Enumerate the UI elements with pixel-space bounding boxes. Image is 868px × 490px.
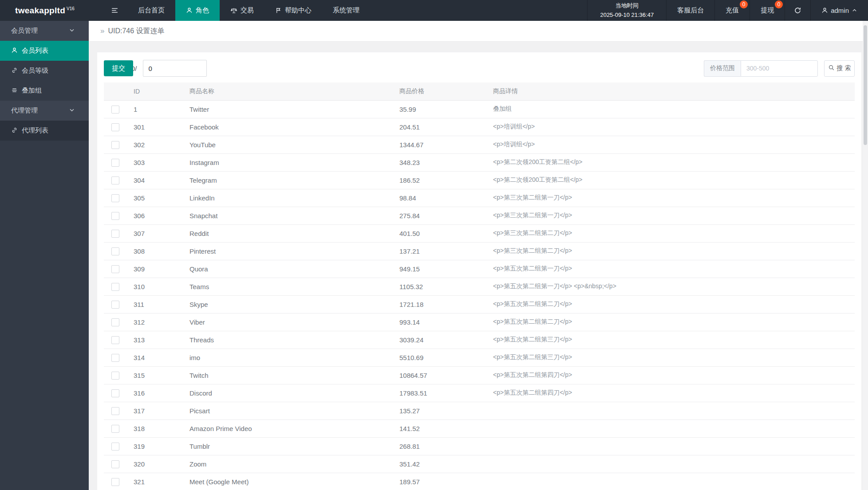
table-row: 311 Skype 1721.18 <p>第五次第二组第二刀</p> bbox=[104, 295, 855, 313]
row-checkbox[interactable] bbox=[111, 460, 119, 468]
row-checkbox[interactable] bbox=[111, 123, 119, 131]
header-id: ID bbox=[129, 82, 185, 100]
row-checkbox[interactable] bbox=[111, 194, 119, 202]
cell-product-detail: <p>培训组</p> bbox=[488, 136, 855, 153]
nav-item-dashboard[interactable]: 后台首页 bbox=[127, 0, 175, 21]
cell-id: 316 bbox=[129, 384, 185, 402]
table-row: 305 LinkedIn 98.84 <p>第三次第二组第一刀</p> bbox=[104, 189, 855, 207]
table-row: 320 Zoom 351.42 bbox=[104, 455, 855, 473]
cell-product-detail: <p>第五次第二组第三刀</p> bbox=[488, 331, 855, 349]
row-checkbox[interactable] bbox=[111, 336, 119, 344]
page-scrollbar[interactable] bbox=[863, 21, 868, 490]
chevron-down-icon bbox=[69, 27, 79, 35]
table-row: 314 imo 5510.69 <p>第五次第二组第三刀</p> bbox=[104, 349, 855, 366]
row-checkbox[interactable] bbox=[111, 425, 119, 433]
nav-item-label: 交易 bbox=[241, 6, 254, 15]
cell-product-name: Zoom bbox=[185, 455, 395, 473]
row-checkbox[interactable] bbox=[111, 265, 119, 273]
table-body: 1 Twitter 35.99 叠加组 301 Facebook 204.51 … bbox=[104, 100, 855, 490]
row-checkbox[interactable] bbox=[111, 159, 119, 167]
nav-item-help-center[interactable]: 帮助中心 bbox=[264, 0, 322, 21]
local-time-value: 2025-09-10 21:36:47 bbox=[600, 11, 654, 20]
sidebar-item-agent-list[interactable]: 代理列表 bbox=[0, 121, 89, 141]
nav-item-transactions[interactable]: 交易 bbox=[220, 0, 264, 21]
cell-product-name: Teams bbox=[185, 278, 395, 295]
breadcrumb: » UID:746 设置连单 bbox=[89, 21, 868, 42]
row-checkbox[interactable] bbox=[111, 318, 119, 326]
brand-name: tweakappltd bbox=[15, 6, 65, 16]
header-product-detail: 商品详情 bbox=[488, 82, 855, 100]
link-icon bbox=[11, 67, 22, 75]
cell-id: 319 bbox=[129, 437, 185, 455]
submit-button[interactable]: 提交 bbox=[104, 60, 133, 76]
refresh-button[interactable] bbox=[785, 0, 810, 21]
row-checkbox[interactable] bbox=[111, 354, 119, 362]
brand-logo: tweakappltd V16 bbox=[0, 0, 102, 21]
cell-product-name: YouTube bbox=[185, 136, 395, 153]
flag-icon bbox=[275, 7, 282, 14]
toolbar: 提交 0/ 价格范围 搜 索 bbox=[104, 60, 855, 77]
scrollbar-thumb[interactable] bbox=[864, 25, 867, 145]
sidebar-item-member-list[interactable]: 会员列表 bbox=[0, 41, 89, 61]
cell-product-name: Pinterest bbox=[185, 242, 395, 260]
nav-item-roles[interactable]: 角色 bbox=[175, 0, 220, 21]
sidebar-group-member-management[interactable]: 会员管理 bbox=[0, 21, 89, 41]
row-checkbox[interactable] bbox=[111, 407, 119, 415]
sidebar-item-stack-group[interactable]: 叠加组 bbox=[0, 81, 89, 101]
cell-product-price: 1721.18 bbox=[395, 295, 488, 313]
user-menu[interactable]: admin bbox=[810, 0, 868, 21]
cell-id: 305 bbox=[129, 189, 185, 207]
cell-id: 304 bbox=[129, 171, 185, 189]
nav-item-system-admin[interactable]: 系统管理 bbox=[322, 0, 370, 21]
cell-id: 308 bbox=[129, 242, 185, 260]
cell-id: 315 bbox=[129, 366, 185, 384]
cell-product-detail: <p>第三次第二组第二刀</p> bbox=[488, 224, 855, 242]
table-row: 317 Picsart 135.27 bbox=[104, 402, 855, 419]
cell-id: 307 bbox=[129, 224, 185, 242]
nav-item-label: 客服后台 bbox=[677, 6, 704, 15]
row-checkbox[interactable] bbox=[111, 212, 119, 220]
search-button[interactable]: 搜 索 bbox=[824, 60, 855, 77]
price-range-label: 价格范围 bbox=[704, 60, 741, 77]
cell-product-detail bbox=[488, 437, 855, 455]
cell-id: 1 bbox=[129, 100, 185, 118]
cell-product-detail: <p>第五次第二组第三刀</p> bbox=[488, 349, 855, 366]
sidebar-item-member-level[interactable]: 会员等级 bbox=[0, 61, 89, 81]
row-checkbox[interactable] bbox=[111, 478, 119, 486]
header-product-name: 商品名称 bbox=[185, 82, 395, 100]
sidebar-group-agent-management[interactable]: 代理管理 bbox=[0, 101, 89, 121]
row-checkbox[interactable] bbox=[111, 247, 119, 255]
scales-icon bbox=[230, 7, 237, 14]
cell-product-price: 275.84 bbox=[395, 207, 488, 224]
table-row: 304 Telegram 186.52 <p>第二次领200工资第二组</p> bbox=[104, 171, 855, 189]
cell-product-name: Facebook bbox=[185, 118, 395, 136]
row-checkbox[interactable] bbox=[111, 106, 119, 114]
cell-id: 314 bbox=[129, 349, 185, 366]
row-checkbox[interactable] bbox=[111, 372, 119, 380]
row-checkbox[interactable] bbox=[111, 301, 119, 309]
cell-product-name: Reddit bbox=[185, 224, 395, 242]
list-icon bbox=[11, 87, 22, 95]
row-checkbox[interactable] bbox=[111, 141, 119, 149]
cell-product-name: Skype bbox=[185, 295, 395, 313]
username: admin bbox=[831, 7, 849, 14]
nav-item-label: 充值 bbox=[726, 6, 739, 15]
user-icon bbox=[186, 7, 193, 14]
row-checkbox[interactable] bbox=[111, 176, 119, 184]
row-checkbox[interactable] bbox=[111, 443, 119, 451]
nav-item-recharge[interactable]: 充值 0 bbox=[714, 0, 750, 21]
price-range-input[interactable] bbox=[741, 60, 818, 77]
nav-item-support-backend[interactable]: 客服后台 bbox=[666, 0, 714, 21]
row-checkbox[interactable] bbox=[111, 389, 119, 397]
cell-product-price: 141.52 bbox=[395, 419, 488, 437]
row-checkbox[interactable] bbox=[111, 283, 119, 291]
nav-item-withdraw[interactable]: 提现 0 bbox=[750, 0, 785, 21]
main-content: » UID:746 设置连单 提交 0/ 价格范围 搜 索 bbox=[89, 21, 868, 490]
sidebar-toggle-button[interactable] bbox=[102, 0, 127, 21]
row-checkbox[interactable] bbox=[111, 230, 119, 238]
table-row: 306 Snapchat 275.84 <p>第三次第二组第一刀</p> bbox=[104, 207, 855, 224]
cell-product-detail bbox=[488, 455, 855, 473]
cell-id: 320 bbox=[129, 455, 185, 473]
cell-product-price: 1344.67 bbox=[395, 136, 488, 153]
count-input[interactable] bbox=[143, 60, 207, 77]
